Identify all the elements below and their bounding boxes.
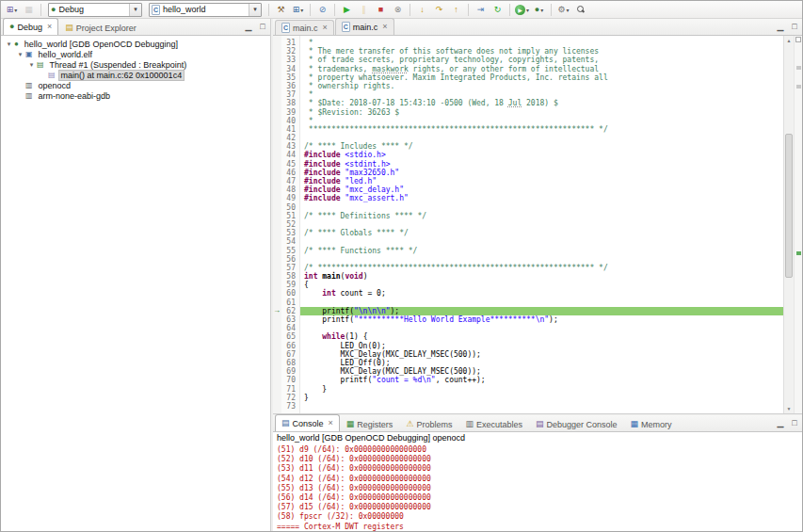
debug-toolbar-combo[interactable]: ●Debug▾ xyxy=(48,3,142,17)
code-line[interactable] xyxy=(300,134,783,142)
build-project-button[interactable]: ⚒ xyxy=(273,2,289,17)
code-line[interactable]: * ownership rights. xyxy=(300,82,783,90)
code-line[interactable]: #include <stdio.h> xyxy=(300,151,783,159)
tab-registers[interactable]: ▦Registers xyxy=(340,416,400,431)
tab-executables[interactable]: ▥Executables xyxy=(458,416,529,431)
debug-tree-row[interactable]: ▾▤Thread #1 (Suspended : Breakpoint) xyxy=(1,59,270,70)
code-line[interactable]: /* *************************************… xyxy=(300,264,783,272)
code-line[interactable]: * xyxy=(300,117,783,125)
tab-main-c[interactable]: Cmain.c× xyxy=(335,18,394,35)
debug-application-button[interactable]: ●▾ xyxy=(531,2,547,17)
terminate-button[interactable]: ■ xyxy=(373,2,389,17)
code-line[interactable] xyxy=(300,298,783,307)
close-tab-icon[interactable]: × xyxy=(382,23,387,31)
code-line[interactable]: #include <stdint.h> xyxy=(300,160,783,169)
code-line[interactable]: * The mere transfer of this software doe… xyxy=(300,47,783,56)
code-line[interactable]: * xyxy=(300,90,783,99)
code-line[interactable]: } xyxy=(300,394,783,402)
external-tools-button[interactable]: ⚙▾ xyxy=(555,2,571,17)
code-line[interactable]: * $Date: 2018-07-18 15:43:10 -0500 (Wed,… xyxy=(300,99,783,107)
tab-main-c[interactable]: Cmain.c× xyxy=(275,20,334,35)
overview-spelling-marker[interactable] xyxy=(796,66,801,70)
scroll-up-icon[interactable]: ▲ xyxy=(784,36,794,45)
close-tab-icon[interactable]: × xyxy=(47,23,52,31)
disconnect-button[interactable]: ⊗ xyxy=(390,2,406,17)
code-line[interactable]: LED_Off(0); xyxy=(300,359,783,367)
editor-vertical-scrollbar[interactable]: ▲ ▼ xyxy=(783,36,794,413)
debug-toolbar-combo-dropdown-icon[interactable]: ▾ xyxy=(129,4,141,16)
debug-tree[interactable]: ▾●hello_world [GDB OpenOCD Debugging]▾▣h… xyxy=(1,36,270,531)
search-button[interactable] xyxy=(572,2,588,17)
run-application-button[interactable]: ▶▾ xyxy=(514,2,530,17)
tab-memory[interactable]: ▦Memory xyxy=(624,416,679,431)
minimize-button[interactable]: ▁ xyxy=(774,20,787,33)
code-line[interactable]: while(1) { xyxy=(300,332,783,341)
code-line[interactable]: * property whatsoever. Maxim Integrated … xyxy=(300,73,783,82)
debug-tree-row[interactable]: ▥openocd xyxy=(1,80,270,90)
tab-debugger-console[interactable]: ▤Debugger Console xyxy=(529,416,624,431)
maximize-button[interactable]: □ xyxy=(788,416,801,429)
code-line[interactable]: #include "max32650.h" xyxy=(300,169,783,177)
current-execution-line[interactable]: printf("\n\n\n"); xyxy=(300,307,783,315)
close-tab-icon[interactable]: × xyxy=(329,419,333,427)
code-line[interactable]: printf("**********Hello World Example***… xyxy=(300,315,783,324)
code-editor[interactable]: → 31323334353637383940414243444546474849… xyxy=(273,36,802,413)
launch-config-combo-dropdown-icon[interactable]: ▾ xyxy=(249,4,261,16)
minimize-button[interactable]: ▁ xyxy=(242,20,255,33)
overview-spelling-marker[interactable] xyxy=(796,85,801,89)
debug-tree-row[interactable]: ▤main() at main.c:62 0x100001c4 xyxy=(1,70,270,80)
tab-debug[interactable]: ●Debug× xyxy=(3,18,58,35)
code-line[interactable]: ****************************************… xyxy=(300,125,783,134)
code-line[interactable]: /* **** Definitions **** */ xyxy=(300,212,783,220)
code-line[interactable]: /* **** Functions **** */ xyxy=(300,247,783,255)
maximize-button[interactable]: □ xyxy=(256,20,269,33)
code-line[interactable]: MXC_Delay(MXC_DELAY_MSEC(500)); xyxy=(300,350,783,359)
tab-problems[interactable]: ⚠Problems xyxy=(399,416,458,431)
maximize-button[interactable]: □ xyxy=(788,20,801,33)
code-line[interactable]: #include "mxc_assert.h" xyxy=(300,194,783,202)
code-line[interactable]: printf("count = %d\n", count++); xyxy=(300,376,783,384)
code-line[interactable]: * trademarks, maskwork rights, or any ot… xyxy=(300,65,783,73)
step-over-button[interactable]: ↷ xyxy=(431,2,447,17)
code-line[interactable] xyxy=(300,237,783,246)
code-line[interactable]: #include "mxc_delay.h" xyxy=(300,185,783,194)
code-line[interactable]: * of trade secrets, proprietary technolo… xyxy=(300,56,783,64)
debug-tree-row[interactable]: ▾●hello_world [GDB OpenOCD Debugging] xyxy=(1,39,270,49)
code-line[interactable]: * xyxy=(300,39,783,47)
skip-all-breakpoints-button[interactable]: ⊘ xyxy=(314,2,330,17)
code-line[interactable]: LED_On(0); xyxy=(300,342,783,350)
tab-console[interactable]: ▤Console× xyxy=(275,414,340,431)
scrollbar-thumb[interactable] xyxy=(785,134,793,277)
expander-icon[interactable]: ▾ xyxy=(16,51,24,58)
code-line[interactable]: int main(void) xyxy=(300,272,783,281)
resume-button[interactable]: ▶ xyxy=(339,2,355,17)
code-line[interactable]: /* **** Globals **** */ xyxy=(300,229,783,237)
save-editor-button[interactable]: ▦ xyxy=(21,2,37,17)
suspend-button[interactable]: ∥ xyxy=(356,2,372,17)
code-line[interactable]: MXC_Delay(MXC_DELAY_MSEC(500)); xyxy=(300,367,783,376)
editor-overview-ruler[interactable] xyxy=(794,36,802,413)
launch-config-combo[interactable]: Chello_world▾ xyxy=(149,3,262,17)
code-line[interactable]: int count = 0; xyxy=(300,289,783,298)
new-wizard-button[interactable]: ⊞▾ xyxy=(4,2,20,17)
code-line[interactable]: * $Revision: 36263 $ xyxy=(300,108,783,117)
editor-code[interactable]: * * The mere transfer of this software d… xyxy=(300,36,783,413)
editor-gutter[interactable]: 3132333435363738394041424344454647484950… xyxy=(281,36,300,413)
close-tab-icon[interactable]: × xyxy=(323,24,328,32)
expander-icon[interactable]: ▾ xyxy=(27,61,36,69)
expander-icon[interactable]: ▾ xyxy=(5,40,13,48)
code-line[interactable] xyxy=(300,324,783,332)
debug-tree-row[interactable]: ▥arm-none-eabi-gdb xyxy=(1,90,270,101)
code-line[interactable] xyxy=(300,255,783,264)
code-line[interactable] xyxy=(300,203,783,212)
new-c-project-button[interactable]: ⊞▾ xyxy=(290,2,306,17)
tab-project-explorer[interactable]: ▤Project Explorer xyxy=(58,20,143,35)
step-return-button[interactable]: ↑ xyxy=(448,2,464,17)
console-output[interactable]: (51) d9 (/64): 0x0000000000000000(52) d1… xyxy=(273,444,802,531)
instruction-stepping-button[interactable]: ⇥ xyxy=(473,2,489,17)
code-line[interactable]: #include "led.h" xyxy=(300,177,783,185)
editor-annotation-ruler[interactable]: → xyxy=(273,36,281,413)
overview-current-line-marker[interactable] xyxy=(796,251,801,255)
debug-tree-row[interactable]: ▾▣hello_world.elf xyxy=(1,49,270,59)
code-line[interactable]: } xyxy=(300,385,783,394)
